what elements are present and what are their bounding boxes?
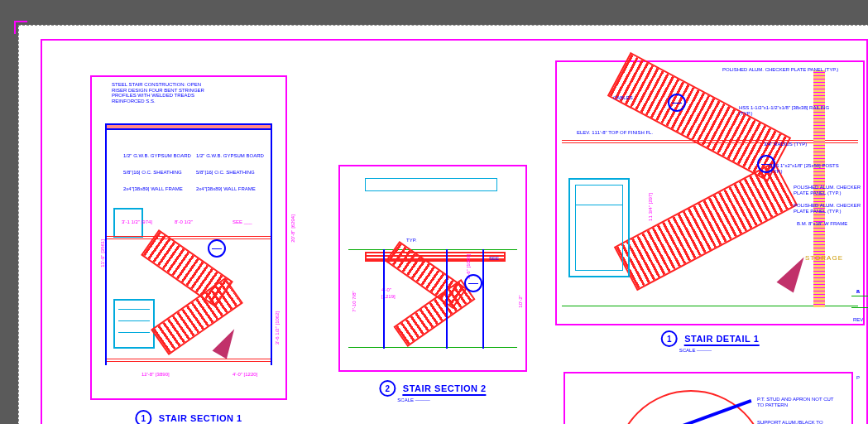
floor-lower bbox=[107, 359, 271, 362]
post bbox=[482, 249, 484, 349]
construction-notes: STEEL STAIR CONSTRUCTION: OPEN RISER DES… bbox=[112, 82, 211, 104]
viewport-stair-detail-1: STORAGE POLISHED ALUM. CHECKER PLATE PAN… bbox=[555, 60, 865, 325]
label: POLISHED ALUM. CHECKER PLATE PANEL (TYP.… bbox=[722, 67, 838, 73]
viewport-3-title: 1 STAIR DETAIL 1 SCALE ——— bbox=[661, 330, 760, 353]
ground-line bbox=[348, 347, 517, 348]
label: P.T. STUD AND APRON NOT CUT TO PATTERN bbox=[757, 397, 840, 407]
title-number: 1 bbox=[135, 410, 151, 424]
title-text: STAIR DETAIL 1 bbox=[684, 334, 759, 346]
label: SUPPORT ALUM./BLACK TO SHAFT bbox=[757, 420, 840, 424]
tb: A bbox=[856, 289, 860, 295]
pointer-arrow-icon bbox=[213, 325, 242, 359]
dim: 11'-9" [3561] bbox=[100, 239, 105, 267]
titleblock-edge: B A REV P bbox=[851, 289, 868, 424]
roof bbox=[365, 178, 497, 191]
header-beam bbox=[105, 123, 272, 130]
label: POLISHED ALUM. CHECKER PLATE PANEL (TYP.… bbox=[794, 203, 865, 214]
label: SEE bbox=[489, 256, 499, 262]
title-number: 2 bbox=[379, 380, 396, 397]
opening bbox=[568, 178, 630, 277]
label: B.M. 8"x18" W FRAME bbox=[797, 221, 847, 227]
section-callout bbox=[208, 239, 226, 258]
dim: 10'-2" bbox=[518, 295, 523, 307]
label: TYP. bbox=[406, 238, 417, 243]
detail-callout bbox=[668, 94, 686, 112]
dim: 11 3/4" [297] bbox=[648, 193, 653, 221]
shelving bbox=[113, 299, 155, 349]
dim: 3'-6 1/2" [1062] bbox=[275, 311, 280, 344]
title-scale: SCALE ——— bbox=[397, 398, 486, 402]
tb: REV bbox=[853, 317, 863, 323]
label: HSS 1"x2"x1/8" [25x50] POSTS (TYP.) bbox=[769, 163, 851, 174]
viewport-2-title: 2 STAIR SECTION 2 SCALE ——— bbox=[379, 380, 486, 402]
label: 5/8"[16] O.C. SHEATHING bbox=[123, 170, 182, 176]
label: 1/2" G.W.B. GYPSUM BOARD bbox=[196, 153, 264, 159]
title-text: STAIR SECTION 2 bbox=[403, 383, 487, 396]
post bbox=[383, 249, 385, 349]
viewport-stair-section-2: 7'-10 7/8" 10'-2" 4'-0" [1219] 3'-6" [10… bbox=[338, 165, 527, 372]
label: 1/2" G.W.B. GYPSUM BOARD bbox=[123, 153, 191, 159]
label: 3/4" RADIUS (TYP) bbox=[764, 142, 807, 147]
viewport-stair-section-1: STEEL STAIR CONSTRUCTION: OPEN RISER DES… bbox=[90, 75, 287, 400]
dim: 3'-1 1/2" [974] bbox=[122, 219, 152, 224]
label: 2x4"[38x89] WALL FRAME bbox=[123, 186, 183, 192]
viewport-detail-partial: P.T. STUD AND APRON NOT CUT TO PATTERN S… bbox=[563, 372, 853, 424]
page-border: STEEL STAIR CONSTRUCTION: OPEN RISER DES… bbox=[41, 39, 868, 424]
dim: 8'-0 1/2" bbox=[175, 219, 193, 224]
stair-down bbox=[614, 161, 798, 291]
wall-right bbox=[271, 123, 272, 365]
elev-label: ELEV. 111'-8" TOP OF FINISH FL. bbox=[577, 130, 653, 136]
floor-line bbox=[348, 249, 517, 250]
dim: SEE ___ bbox=[233, 219, 252, 224]
floor-upper bbox=[107, 236, 271, 239]
wall-left bbox=[105, 123, 107, 365]
title-number: 1 bbox=[661, 330, 678, 347]
title-scale: SCALE ——— bbox=[679, 348, 760, 353]
label: HSS 1-1/2"x1-1/2"x1/8" [38x38] RAILING (… bbox=[739, 105, 838, 116]
circle-detail bbox=[615, 390, 767, 424]
sheet: STEEL STAIR CONSTRUCTION: OPEN RISER DES… bbox=[18, 25, 868, 424]
title-text: STAIR SECTION 1 bbox=[159, 413, 242, 424]
tb: P bbox=[856, 375, 860, 381]
dim: 4'-0" [1220] bbox=[233, 372, 257, 377]
dim: 20'-8" [6294] bbox=[290, 214, 295, 243]
section-callout bbox=[464, 274, 482, 292]
dim: 7'-10 7/8" bbox=[352, 291, 357, 311]
label: CABLES bbox=[613, 95, 633, 101]
post bbox=[446, 249, 448, 349]
label: 2x4"[38x89] WALL FRAME bbox=[196, 186, 256, 192]
label: 5/8"[16] O.C. SHEATHING bbox=[196, 170, 255, 176]
viewport-1-title: 1 STAIR SECTION 1 SCALE ——— bbox=[135, 410, 242, 424]
dim: 12'-8" [3890] bbox=[141, 372, 170, 377]
detail-callout bbox=[757, 155, 775, 173]
label: POLISHED ALUM. CHECKER PLATE PANEL (TYP.… bbox=[794, 185, 865, 195]
